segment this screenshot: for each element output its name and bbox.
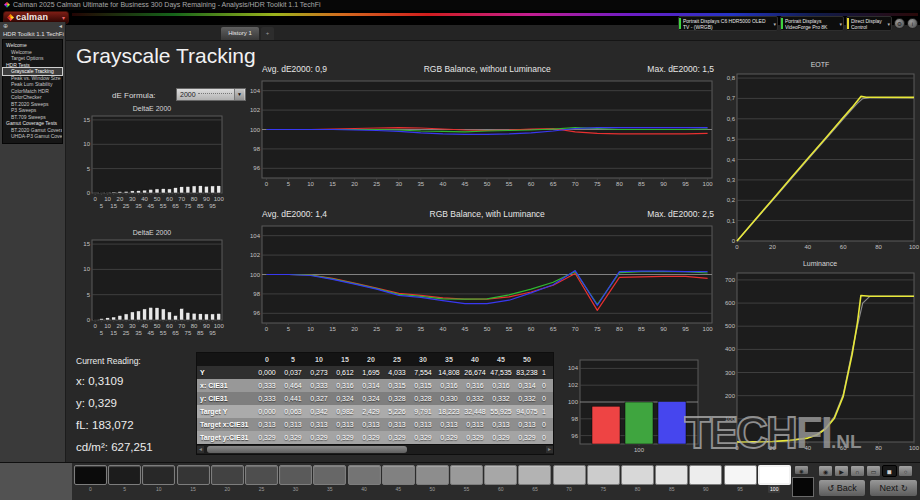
svg-text:100: 100	[909, 244, 920, 250]
table-cell: 5,226	[384, 405, 410, 418]
gray-patch-65[interactable]: 65	[518, 465, 551, 493]
svg-text:60: 60	[840, 445, 847, 451]
gray-patch-10[interactable]: 10	[142, 465, 175, 493]
svg-text:10: 10	[307, 181, 314, 187]
svg-text:100: 100	[214, 196, 225, 202]
gray-patch-75[interactable]: 75	[587, 465, 620, 493]
scrollbar-thumb[interactable]	[207, 446, 407, 453]
probe-icon[interactable]: ∩	[850, 465, 865, 477]
display-icon[interactable]: ▭	[866, 465, 881, 477]
gray-patch-90[interactable]: 90	[689, 465, 722, 493]
avg-de2000-label-2: Avg. dE2000: 1,4	[262, 209, 327, 221]
pattern-options-button[interactable]: ◉	[794, 465, 809, 475]
gray-patch-20[interactable]: 20	[211, 465, 244, 493]
gray-patch-85[interactable]: 85	[655, 465, 688, 493]
svg-text:100: 100	[250, 272, 261, 278]
deltae-chart-1-title: DeltaE 2000	[78, 105, 226, 112]
table-cell: 32,448	[462, 405, 488, 418]
settings-button[interactable]: ⚙	[894, 18, 905, 29]
sidebar-collapse-icon[interactable]: ◂	[59, 22, 62, 30]
svg-text:0: 0	[265, 181, 269, 187]
table-cell: 7,554	[410, 366, 436, 379]
sidebar-item-grayscale-tracking[interactable]: Grayscale Tracking	[3, 68, 62, 75]
next-arrow-icon: ↻	[901, 484, 908, 493]
sidebar-item-uhda-p3-gamut-coverage[interactable]: UHDA-P3 Gamut Coverage	[3, 133, 62, 140]
gray-patch-30[interactable]: 30	[279, 465, 312, 493]
gray-patch-45[interactable]: 45	[382, 465, 415, 493]
device-label: Portrait Displays VideoForge Pro 8K	[785, 18, 837, 30]
svg-text:55: 55	[506, 326, 513, 332]
svg-text:70: 70	[572, 326, 579, 332]
gray-patch-95[interactable]: 95	[724, 465, 757, 493]
gray-patch-swatch	[348, 465, 381, 485]
target-icon[interactable]: ◉	[818, 465, 833, 477]
svg-text:0,4: 0,4	[727, 157, 736, 163]
gray-patch-5[interactable]: 5	[108, 465, 141, 493]
svg-text:20: 20	[351, 326, 358, 332]
gray-patch-25[interactable]: 25	[245, 465, 278, 493]
play-icon[interactable]: ▶	[834, 465, 849, 477]
table-cell: 0,329	[254, 431, 280, 444]
gray-patch-15[interactable]: 15	[177, 465, 210, 493]
svg-text:65: 65	[550, 181, 557, 187]
add-tab-button[interactable]: +	[261, 27, 274, 40]
table-row-target-y[interactable]: Target Y0,0000,0630,3420,9822,4295,2269,…	[197, 405, 553, 418]
gray-patch-0[interactable]: 0	[74, 465, 107, 493]
table-cell: 2,429	[358, 405, 384, 418]
scroll-left-arrow-icon[interactable]: ◄	[197, 446, 204, 453]
gray-patch-50[interactable]: 50	[416, 465, 449, 493]
gray-patch-60[interactable]: 60	[484, 465, 517, 493]
lamp-icon[interactable]: ○	[898, 465, 913, 477]
table-scrollbar[interactable]: ◄ ►	[197, 444, 553, 454]
svg-text:10: 10	[104, 323, 111, 329]
gray-patch-40[interactable]: 40	[348, 465, 381, 493]
svg-text:0: 0	[94, 323, 98, 329]
gray-patch-label: 85	[669, 485, 675, 493]
scroll-right-arrow-icon[interactable]: ►	[546, 446, 553, 453]
table-cell: 1,695	[358, 366, 384, 379]
gray-patch-swatch	[553, 465, 586, 485]
table-row-y[interactable]: Y0,0000,0370,2730,6121,6954,0337,55414,8…	[197, 366, 553, 379]
gray-patch-swatch	[108, 465, 141, 485]
back-button[interactable]: ↺ Back	[818, 479, 866, 497]
svg-text:0: 0	[94, 196, 98, 202]
gray-patch-35[interactable]: 35	[313, 465, 346, 493]
gray-patch-55[interactable]: 55	[450, 465, 483, 493]
table-cell: 0,313	[462, 418, 488, 431]
gray-patch-80[interactable]: 80	[621, 465, 654, 493]
device-dropdown-portrait-displays-c6[interactable]: Portrait Displays C6 HDR5000 OLED TV - (…	[678, 16, 778, 31]
table-row-x-cie31[interactable]: x: CIE310,3330,4640,3330,3160,3140,3150,…	[197, 379, 553, 392]
table-cell: 0,316	[462, 379, 488, 392]
main-menu-caret-icon[interactable]: ▾	[62, 14, 65, 21]
table-row-target-y-cie31[interactable]: Target y:CIE310,3290,3290,3290,3290,3290…	[197, 431, 553, 444]
device-label: Portrait Displays C6 HDR5000 OLED TV - (…	[683, 18, 771, 30]
svg-text:60: 60	[528, 326, 535, 332]
svg-text:40: 40	[440, 181, 447, 187]
svg-text:45: 45	[147, 203, 154, 209]
gray-patch-100[interactable]: 100	[758, 465, 791, 493]
table-cell: 0,313	[358, 418, 384, 431]
svg-text:5: 5	[287, 326, 291, 332]
table-row-y-cie31[interactable]: y: CIE310,3330,4410,3270,3240,3240,3280,…	[197, 392, 553, 405]
svg-text:35: 35	[417, 326, 424, 332]
de-formula-dropdown[interactable]: 2000 ▼	[176, 88, 246, 101]
top-banner: calman ▾ Portrait Displays C6 HDR5000 OL…	[0, 10, 920, 25]
sidebar-item-gamut-coverage-tests[interactable]: Gamut Coverage Tests	[3, 120, 62, 127]
device-dropdown-direct-display-control[interactable]: Direct Display Control▾	[846, 16, 892, 31]
calman-diamond-icon	[7, 14, 14, 21]
svg-text:35: 35	[135, 203, 142, 209]
chevron-down-icon[interactable]: ▼	[234, 89, 244, 100]
next-button[interactable]: Next ↻	[869, 479, 918, 497]
svg-text:90: 90	[203, 196, 210, 202]
gray-patch-70[interactable]: 70	[553, 465, 586, 493]
de-formula-label: dE Formula:	[112, 91, 156, 100]
pattern-preview[interactable]	[792, 477, 814, 497]
sidebar-expand-icon[interactable]: ⊕	[3, 22, 8, 30]
pattern-window-icon[interactable]: ◼	[882, 465, 897, 477]
info-button[interactable]: i	[907, 18, 918, 29]
device-dropdown-portrait-displays-videoforge[interactable]: Portrait Displays VideoForge Pro 8K▾	[780, 16, 844, 31]
table-row-target-x-cie31[interactable]: Target x:CIE310,3130,3130,3130,3130,3130…	[197, 418, 553, 431]
tab-history-1[interactable]: History 1	[221, 27, 259, 40]
back-button-label: Back	[837, 483, 857, 493]
table-cell: 0,313	[306, 418, 332, 431]
